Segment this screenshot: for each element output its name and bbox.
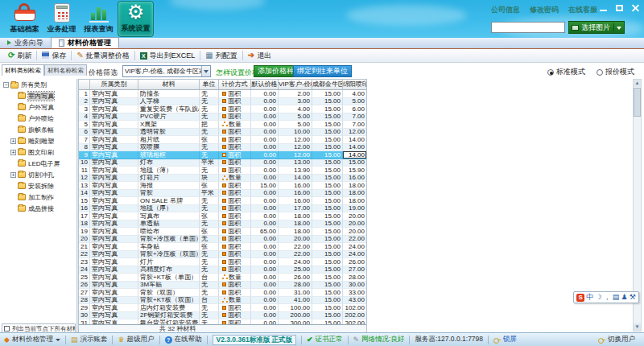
cell[interactable]: 18.00	[343, 182, 366, 190]
cell[interactable]: 5.00	[279, 113, 312, 122]
cell[interactable]: 15.00	[312, 205, 343, 213]
table-row[interactable]: 12室内写真灯箱片块数量0.0014.0015.0016.00	[79, 175, 366, 183]
table-row[interactable]: 31室内写真舞台背景灯箱安装费无面积0.00300.0015.00302.00	[79, 319, 366, 324]
cell[interactable]: 13.90	[279, 167, 312, 175]
tree-item-切割冲孔[interactable]: +切割冲孔	[10, 169, 76, 180]
column-header-单位[interactable]: 单位	[200, 80, 219, 89]
cell[interactable]: 0.00	[251, 274, 279, 282]
table-row[interactable]: 21室内写真车身贴张面积0.0022.0015.0024.00	[79, 243, 366, 251]
cell[interactable]: 15.00	[312, 243, 343, 251]
tab-business-wizard[interactable]: 业务向导	[0, 37, 51, 48]
column-header-VIP客户-价格[interactable]: VIP客户-价格	[279, 80, 312, 89]
column-header-成都金牛区家[interactable]: 成都金牛区家	[312, 80, 343, 89]
table-row[interactable]: 16室内写真地毯（厚）无面积0.0017.0015.0019.00	[79, 205, 366, 213]
cell[interactable]: 26.00	[343, 258, 366, 266]
cell[interactable]: 15.00	[312, 304, 343, 312]
expand-icon[interactable]: +	[10, 138, 16, 144]
price-filter-dropdown[interactable]: VIP客户-价格, 成都金牛区家乐福超市	[122, 65, 211, 77]
chevron-down-icon[interactable]	[201, 66, 210, 76]
cell[interactable]: 7.00	[343, 121, 366, 129]
tree-item-加工制作[interactable]: 加工制作	[10, 192, 76, 203]
cell[interactable]: 0.00	[251, 121, 279, 129]
cell[interactable]: 15.00	[312, 144, 343, 152]
bind-to-partner-button[interactable]: 绑定到往来单位	[293, 65, 352, 77]
cell[interactable]: 0.00	[251, 90, 279, 98]
top-link-公司信息[interactable]: 公司信息	[491, 5, 520, 15]
cell[interactable]: 15.00	[312, 98, 343, 106]
cell[interactable]: 15.00	[312, 129, 343, 137]
cell[interactable]: 20.00	[279, 236, 312, 244]
ime-mode-icon[interactable]: 中	[586, 292, 593, 303]
cell[interactable]: 0.00	[251, 159, 279, 167]
table-row[interactable]: 20室内写真背胶+冷压板（单面）无面积0.0020.0015.0022.00	[79, 236, 366, 244]
cell[interactable]: 18.00	[343, 190, 366, 198]
table-row[interactable]: 27室内写真背胶（双面）无面积0.0031.0015.0033.00	[79, 289, 366, 297]
table-row[interactable]: 23室内写真灯片无面积0.0024.0015.0026.00	[79, 258, 366, 266]
cell[interactable]: 15.00	[312, 251, 343, 259]
sidebar-tab-材料名称检索[interactable]: 材料名称检索	[44, 64, 87, 76]
cell[interactable]: 0.00	[251, 197, 279, 205]
choose-image-button[interactable]: 选择图片	[568, 21, 625, 34]
cell[interactable]: 15.00	[312, 121, 343, 129]
table-row[interactable]: 10室内写真灯布平米面积0.0013.0015.0015.00	[79, 159, 366, 167]
cell[interactable]: 20.00	[343, 220, 366, 229]
cell[interactable]: 0.00	[251, 304, 279, 312]
close-button[interactable]	[630, 4, 641, 13]
table-row[interactable]: 30室内写真2F钢架灯箱安装费无面积0.00200.0015.00202.00	[79, 312, 366, 320]
tree-item-旗帜条幅[interactable]: 旗帜条幅	[10, 124, 76, 135]
cell[interactable]: 15.00	[312, 289, 343, 297]
tree-item-户外写真[interactable]: 户外写真	[10, 101, 76, 113]
table-row[interactable]: 4室内写真PVC硬片无面积0.005.0015.007.00	[79, 113, 366, 122]
cell[interactable]: 0.00	[251, 105, 279, 113]
cell[interactable]: 15.00	[312, 190, 343, 198]
tab-material-price[interactable]: 材料价格管理	[51, 37, 119, 48]
table-row[interactable]: 11室内写真地毯（薄）无面积0.0013.9015.0015.90	[79, 167, 366, 175]
cell[interactable]: 15.00	[312, 220, 343, 229]
scrollbar-thumb[interactable]	[634, 88, 641, 117]
cell[interactable]: 0.00	[251, 282, 279, 290]
ime-fullhalf-icon[interactable]: ☽	[595, 292, 601, 303]
cell[interactable]: 15.00	[312, 151, 343, 159]
cell[interactable]: 22.00	[343, 236, 366, 244]
cell[interactable]: 65.00	[251, 228, 279, 236]
maximize-button[interactable]	[614, 4, 625, 13]
switch-user-button[interactable]: 切换用户	[598, 335, 635, 344]
cell[interactable]: 4.00	[343, 90, 366, 98]
cell[interactable]: 20.00	[343, 212, 366, 220]
table-row[interactable]: 1室内写真防撞条无面积0.002.0015.004.00	[79, 90, 366, 98]
table-row[interactable]: 6室内写真透明背胶无面积0.0010.0015.0012.00	[79, 129, 366, 137]
cell[interactable]: 15.00	[312, 105, 343, 113]
cell[interactable]: 22.00	[279, 251, 312, 259]
cell[interactable]: 0.00	[251, 312, 279, 320]
cell[interactable]: 22.00	[279, 243, 312, 251]
nav-button-业务处理[interactable]: 业务处理	[43, 1, 80, 37]
ime-keyboard-icon[interactable]: ▤	[613, 292, 620, 303]
cell[interactable]: 12.00	[279, 136, 312, 144]
cell[interactable]: 15.00	[312, 175, 343, 183]
cell[interactable]: 16.00	[279, 197, 312, 205]
cell[interactable]: 27.00	[343, 266, 366, 274]
nav-button-系统设置[interactable]: ⚙系统设置	[118, 1, 154, 37]
cell[interactable]: 16.00	[343, 175, 366, 183]
cell[interactable]: 15.00	[312, 167, 343, 175]
radio-standard-mode[interactable]: 标准模式	[547, 67, 585, 77]
cell[interactable]: 0.00	[251, 136, 279, 144]
cell[interactable]: 2.00	[279, 90, 312, 98]
table-row[interactable]: 13室内写真海报张面积15.0016.0015.0018.00	[79, 182, 366, 190]
cell[interactable]: 19.00	[343, 205, 366, 213]
cell[interactable]: 15.00	[343, 159, 366, 167]
collapse-icon[interactable]: −	[3, 82, 9, 88]
cell[interactable]: 14.00	[343, 136, 366, 144]
cell[interactable]: 41.00	[279, 297, 312, 305]
cell[interactable]: 15.00	[312, 90, 343, 98]
cell[interactable]: 0.00	[251, 98, 279, 106]
cell[interactable]: 13.00	[279, 159, 312, 167]
status-user[interactable]: ♛ 超级用户	[118, 335, 154, 344]
table-row[interactable]: 25室内写真背胶+KT板（单面）台数量0.0026.0015.0028.00	[79, 274, 366, 282]
cell[interactable]: 10.00	[279, 129, 312, 137]
tree-item-雕刻雕塑[interactable]: +雕刻雕塑	[10, 135, 76, 146]
cell[interactable]: 0.00	[251, 129, 279, 137]
cell[interactable]: 0.00	[251, 212, 279, 220]
cell[interactable]: 0.00	[251, 319, 279, 324]
cell[interactable]: 24.00	[343, 251, 366, 259]
